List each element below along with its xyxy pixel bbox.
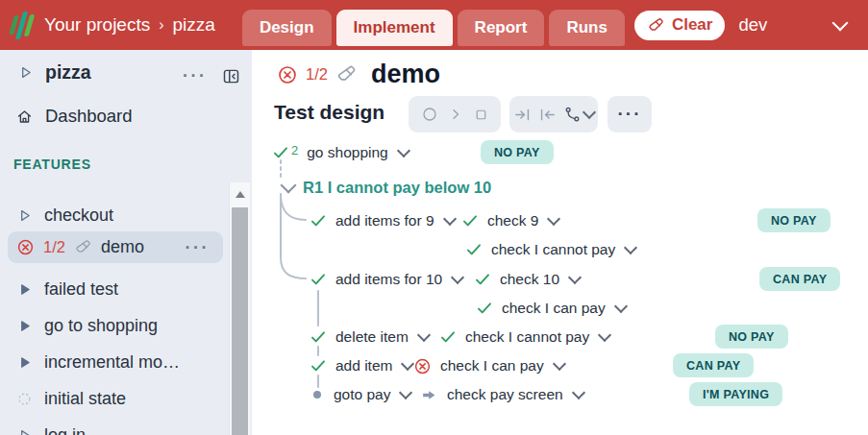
sidebar-item-failed-test[interactable]: failed test: [0, 275, 228, 303]
scrollbar-up-button[interactable]: [230, 182, 250, 205]
collapse-sidebar-icon[interactable]: [221, 66, 241, 86]
sidebar-item-label: log in: [44, 425, 86, 435]
test-step: check pay screen: [420, 386, 583, 404]
sidebar-project-row[interactable]: pizza: [17, 61, 91, 84]
test-step-row: check I cannot pay: [465, 236, 635, 263]
step-label[interactable]: check pay screen: [447, 386, 563, 403]
sidebar-item-go-to-shopping[interactable]: go to shopping: [0, 311, 228, 340]
step-label[interactable]: add item: [335, 357, 392, 375]
circle-icon: [421, 106, 438, 123]
sidebar-item-label: Dashboard: [45, 106, 133, 127]
step-label[interactable]: check 10: [500, 271, 559, 288]
breadcrumb-projects-link[interactable]: Your projects: [44, 14, 150, 36]
test-step: check I cannot pay: [439, 328, 609, 346]
chevron-down-icon[interactable]: [399, 386, 412, 399]
eraser-icon[interactable]: [335, 63, 358, 85]
breadcrumb-separator: ›: [159, 16, 163, 34]
tab-report[interactable]: Report: [458, 10, 545, 46]
chevron-down-icon[interactable]: [547, 212, 560, 226]
item-more-button[interactable]: ···: [186, 243, 210, 253]
state-badge[interactable]: CAN PAY: [673, 353, 754, 377]
state-badge[interactable]: I'M PAYING: [689, 382, 782, 406]
sidebar-item-checkout[interactable]: checkout: [0, 201, 228, 230]
clear-button[interactable]: Clear: [634, 11, 726, 40]
chevron-down-icon[interactable]: [572, 386, 585, 399]
sidebar-item-label: incremental mo…: [44, 352, 180, 373]
project-more-button[interactable]: ···: [183, 71, 207, 81]
test-step: add item: [310, 357, 413, 375]
branch-icon: [563, 106, 582, 124]
sidebar-item-label: go to shopping: [44, 316, 158, 336]
test-step: add items for 9: [310, 212, 461, 230]
state-badge[interactable]: CAN PAY: [759, 267, 840, 291]
arrow-up-icon: [236, 191, 245, 198]
tab-implement[interactable]: Implement: [336, 10, 453, 46]
step-label[interactable]: delete item: [335, 328, 409, 346]
eraser-icon: [647, 16, 665, 35]
chevron-down-icon[interactable]: [417, 328, 431, 342]
chevron-down-icon[interactable]: [568, 271, 582, 284]
top-bar: Your projects › pizza Design Implement R…: [0, 0, 868, 50]
clear-button-label: Clear: [672, 15, 713, 35]
state-badge[interactable]: NO PAY: [715, 325, 788, 349]
play-filled-icon: [16, 281, 33, 298]
test-step: R1 I cannot pay below 10: [272, 179, 491, 197]
play-button[interactable]: [448, 107, 463, 122]
step-arrow-icon: [420, 386, 438, 404]
step-label[interactable]: goto pay: [334, 386, 390, 403]
go-to-start-button[interactable]: [538, 106, 557, 124]
sidebar-item-demo[interactable]: 1/2demo···: [8, 231, 223, 263]
chevron-down-icon[interactable]: [614, 300, 628, 313]
sidebar-scrollbar[interactable]: [229, 182, 250, 435]
test-step: check 10: [474, 271, 580, 288]
breadcrumb-project-name[interactable]: pizza: [173, 14, 215, 36]
test-step: check I can pay: [476, 300, 626, 317]
step-label[interactable]: R1 I cannot pay below 10: [303, 179, 491, 197]
play-outline-icon: [17, 64, 34, 81]
section-title: Test design: [274, 101, 384, 124]
test-step: 2go shopping: [272, 144, 409, 161]
tab-runs[interactable]: Runs: [549, 10, 625, 46]
chevron-down-icon[interactable]: [397, 144, 410, 157]
chevron-down-icon[interactable]: [442, 212, 456, 226]
step-label[interactable]: add items for 9: [335, 212, 434, 230]
step-label[interactable]: check I cannot pay: [465, 328, 589, 346]
circle-dashed-icon: [16, 391, 33, 407]
step-label[interactable]: add items for 10: [335, 271, 442, 288]
state-badge[interactable]: NO PAY: [481, 140, 554, 164]
record-button[interactable]: [421, 106, 438, 123]
check-icon: [272, 144, 289, 161]
step-label[interactable]: go shopping: [307, 144, 387, 161]
app-logo-icon[interactable]: [12, 9, 32, 41]
test-step-row: add items for 10check 10: [310, 266, 580, 293]
test-step: add items for 10: [310, 271, 474, 288]
skip-to-end-icon: [513, 106, 532, 124]
step-label[interactable]: check 9: [487, 212, 538, 230]
state-badge[interactable]: NO PAY: [757, 208, 831, 232]
error-icon: [277, 64, 298, 85]
more-actions-button[interactable]: ···: [618, 109, 642, 119]
step-label[interactable]: check I can pay: [440, 357, 544, 375]
environment-selector[interactable]: dev: [738, 14, 767, 36]
sidebar-item-dashboard[interactable]: Dashboard: [15, 106, 133, 127]
chevron-down-icon[interactable]: [553, 357, 566, 371]
scrollbar-thumb[interactable]: [232, 207, 248, 435]
go-to-end-button[interactable]: [513, 106, 532, 124]
environment-caret-icon[interactable]: [832, 15, 849, 32]
branch-view-button[interactable]: [563, 106, 594, 124]
more-actions-group: ···: [608, 96, 652, 133]
step-label[interactable]: check I can pay: [502, 300, 606, 317]
check-icon: [310, 212, 327, 230]
chevron-down-icon[interactable]: [624, 241, 637, 254]
sidebar-item-label: demo: [101, 237, 144, 257]
tab-design[interactable]: Design: [242, 10, 332, 46]
sidebar-item-label: checkout: [44, 205, 113, 226]
sidebar-item-initial-state[interactable]: initial state: [0, 384, 228, 413]
stop-button[interactable]: [473, 107, 489, 123]
sidebar-item-log-in[interactable]: log in: [0, 421, 228, 435]
step-label[interactable]: check I cannot pay: [491, 241, 615, 258]
chevron-down-icon[interactable]: [451, 271, 464, 284]
collapse-chevron-icon[interactable]: [281, 178, 297, 194]
sidebar-item-incremental-mo[interactable]: incremental mo…: [0, 348, 228, 376]
chevron-down-icon[interactable]: [598, 328, 611, 342]
